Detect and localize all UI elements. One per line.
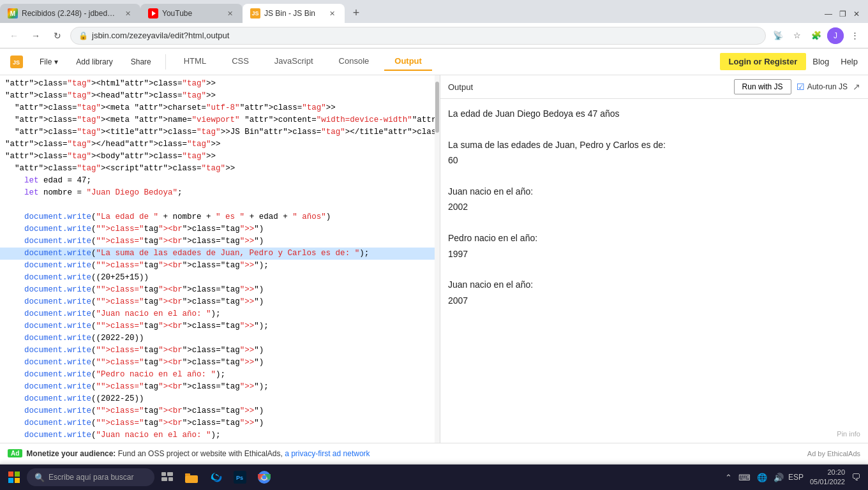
editor-area: "attr">class="tag"><html"attr">class="ta… (0, 75, 868, 443)
menu-icon[interactable]: ⋮ (846, 27, 863, 44)
tab-youtube[interactable]: YouTube ✕ (140, 4, 243, 23)
url-bar[interactable]: 🔒 jsbin.com/zezeyavila/edit?html,output (70, 27, 766, 45)
svg-text:JS: JS (13, 59, 20, 66)
output-panel: Output Run with JS ☑ Auto-run JS ↗ La ed… (440, 75, 868, 443)
back-button[interactable]: ← (5, 27, 23, 45)
blog-button[interactable]: Blog (807, 53, 834, 70)
ad-badge: Ad (8, 449, 22, 457)
add-library-button[interactable]: Add library (70, 55, 119, 69)
edge-icon (209, 471, 222, 484)
tab-output[interactable]: Output (384, 52, 432, 71)
help-button[interactable]: Help (835, 53, 863, 70)
profile-icon[interactable]: J (827, 27, 844, 44)
ad-link[interactable]: a privacy-first ad network (283, 449, 370, 458)
tab-gmail-title: Recibidos (2.248) - jdbedoya928... (22, 9, 119, 18)
search-placeholder-text: Escribe aquí para buscar (49, 473, 133, 482)
output-header: Output Run with JS ☑ Auto-run JS ↗ (440, 75, 868, 99)
jsbin-favicon: JS (250, 8, 260, 19)
code-line: "attr">class="tag"><script"attr">class="… (0, 163, 435, 175)
jsbin-logo[interactable]: JS (5, 53, 28, 71)
code-line (0, 199, 435, 211)
ad-bar: Ad Monetize your audience: Fund an OSS p… (0, 443, 868, 463)
keyboard-icon[interactable]: ⌨ (737, 471, 752, 484)
tab-html[interactable]: HTML (174, 52, 216, 71)
output-line: 1997 (448, 247, 860, 261)
output-content: La edad de Juan Diego Bedoya es 47 años … (440, 99, 868, 443)
tab-gmail-close[interactable]: ✕ (123, 8, 133, 19)
scrollbar-thumb[interactable] (435, 82, 439, 133)
task-view-icon (161, 472, 173, 482)
run-with-js-button[interactable]: Run with JS (734, 79, 791, 94)
code-line: "attr">class="tag"><html"attr">class="ta… (0, 78, 435, 90)
file-arrow-icon: ▾ (54, 57, 58, 66)
tab-console[interactable]: Console (329, 52, 380, 71)
svg-point-20 (262, 475, 267, 480)
auto-run-checkbox[interactable]: ☑ (797, 82, 805, 92)
file-explorer-icon (185, 471, 198, 483)
youtube-favicon (148, 8, 158, 19)
code-line: document.write("">class="tag"><br">class… (0, 417, 435, 429)
taskbar-search[interactable]: 🔍 Escribe aquí para buscar (27, 468, 154, 486)
close-button[interactable]: ✕ (850, 8, 863, 20)
svg-rect-13 (168, 477, 173, 481)
minimize-button[interactable]: — (822, 8, 835, 20)
forward-button[interactable]: → (27, 27, 45, 45)
code-line: document.write("">class="tag"><br">class… (0, 260, 435, 272)
svg-rect-8 (8, 478, 13, 483)
maximize-button[interactable]: ❐ (836, 8, 849, 20)
code-editor[interactable]: "attr">class="tag"><html"attr">class="ta… (0, 75, 440, 443)
network-icon[interactable]: 🌐 (755, 471, 769, 484)
volume-icon[interactable]: 🔊 (772, 471, 786, 484)
notification-icon[interactable]: 🗨 (851, 472, 860, 482)
tab-javascript[interactable]: JavaScript (264, 52, 324, 71)
taskbar-edge-button[interactable] (204, 466, 227, 489)
share-button[interactable]: Share (124, 55, 158, 69)
tab-gmail[interactable]: M Recibidos (2.248) - jdbedoya928... ✕ (0, 4, 140, 23)
logo-icon: JS (10, 56, 23, 68)
task-view-button[interactable] (156, 466, 179, 489)
code-line: document.write("Pedro nacio en el año: "… (0, 369, 435, 381)
output-line: 2007 (448, 293, 860, 308)
output-title: Output (448, 82, 473, 92)
tab-youtube-close[interactable]: ✕ (225, 8, 235, 19)
clock-date: 05/01/2022 (810, 477, 845, 487)
up-arrow-icon[interactable]: ⌃ (723, 471, 734, 484)
tab-css[interactable]: CSS (221, 52, 259, 71)
taskbar-photoshop-button[interactable]: Ps (228, 466, 251, 489)
extensions-icon[interactable]: 🧩 (808, 27, 825, 44)
photoshop-icon: Ps (234, 471, 246, 484)
taskbar-explorer-button[interactable] (180, 466, 203, 489)
code-content[interactable]: "attr">class="tag"><html"attr">class="ta… (0, 75, 435, 443)
taskbar-chrome-button[interactable] (253, 466, 276, 489)
expand-icon[interactable]: ↗ (853, 82, 860, 92)
output-line: 2002 (448, 200, 860, 214)
file-menu-button[interactable]: File ▾ (33, 55, 64, 69)
output-line: La edad de Juan Diego Bedoya es 47 años (448, 107, 860, 121)
code-line: document.write("">class="tag"><br">class… (0, 345, 435, 357)
code-line: document.write("La suma de las edades de… (0, 248, 435, 260)
bookmark-icon[interactable]: ☆ (789, 27, 805, 44)
lock-icon: 🔒 (79, 31, 88, 40)
svg-rect-9 (15, 478, 20, 483)
share-label: Share (131, 57, 151, 66)
output-controls: Run with JS ☑ Auto-run JS ↗ (734, 79, 860, 94)
start-button[interactable] (3, 466, 26, 489)
code-line: "attr">class="tag"><meta "attr">charset=… (0, 102, 435, 114)
output-line: 60 (448, 153, 860, 167)
code-line: let nombre = "Juan Diego Bedoya"; (0, 187, 435, 199)
editor-scrollbar[interactable] (435, 75, 440, 443)
code-line: document.write((2022-20)) (0, 332, 435, 345)
cast-icon[interactable]: 📡 (770, 27, 786, 44)
code-line: document.write("">class="tag"><br">class… (0, 284, 435, 296)
refresh-button[interactable]: ↻ (49, 27, 66, 45)
chrome-icon (258, 471, 271, 484)
output-line: Juan nacio en el año: (448, 184, 860, 198)
tab-jsbin-close[interactable]: ✕ (327, 8, 337, 19)
new-tab-button[interactable]: + (347, 4, 365, 22)
tab-jsbin[interactable]: JS JS Bin - JS Bin ✕ (243, 4, 345, 23)
login-register-button[interactable]: Login or Register (720, 53, 807, 70)
code-line: document.write("">class="tag"><br">class… (0, 296, 435, 308)
svg-rect-7 (15, 471, 20, 477)
code-line: document.write("Juan nacio en el año: ")… (0, 308, 435, 320)
system-clock[interactable]: 20:20 05/01/2022 (806, 466, 849, 489)
